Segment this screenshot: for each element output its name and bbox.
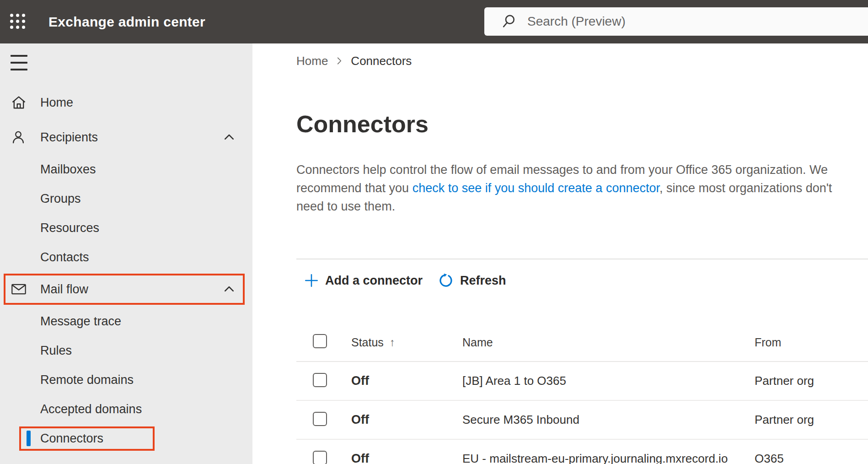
status-cell: Off xyxy=(351,452,462,464)
column-header-from[interactable]: From xyxy=(755,336,868,349)
add-connector-button[interactable]: Add a connector xyxy=(304,273,423,288)
row-checkbox[interactable] xyxy=(313,373,327,387)
sidebar-item-recipients[interactable]: Recipients xyxy=(0,120,252,155)
main-content: Home Connectors Connectors Connectors he… xyxy=(252,43,868,464)
sidebar-item-label: Contacts xyxy=(40,250,89,264)
toolbar-divider xyxy=(296,259,868,259)
sidebar-item-label: Groups xyxy=(40,192,81,206)
top-app-bar: Exchange admin center xyxy=(0,0,868,43)
from-cell: O365 xyxy=(755,452,868,464)
add-connector-label: Add a connector xyxy=(325,274,423,288)
refresh-icon xyxy=(438,272,454,289)
refresh-label: Refresh xyxy=(460,274,506,288)
person-icon xyxy=(11,129,26,145)
sidebar-item-home[interactable]: Home xyxy=(0,85,252,120)
app-title: Exchange admin center xyxy=(48,14,205,30)
status-cell: Off xyxy=(351,413,462,427)
sidebar-item-label: Home xyxy=(40,96,73,110)
sidebar-nav: Home Recipients Mailboxes Groups Reso xyxy=(0,43,252,464)
sidebar-item-remote-domains[interactable]: Remote domains xyxy=(0,365,252,394)
sidebar-item-mailboxes[interactable]: Mailboxes xyxy=(0,155,252,184)
chevron-up-icon[interactable] xyxy=(222,130,236,144)
sidebar-item-label: Remote domains xyxy=(40,373,134,387)
nav-list: Home Recipients Mailboxes Groups Reso xyxy=(0,85,252,453)
page-title: Connectors xyxy=(296,110,868,138)
sidebar-item-label: Mail flow xyxy=(40,282,88,297)
from-cell: Partner org xyxy=(755,413,868,427)
mail-icon xyxy=(11,282,27,297)
connector-name-link[interactable]: [JB] Area 1 to O365 xyxy=(462,374,755,388)
sidebar-item-label: Message trace xyxy=(40,314,121,329)
column-header-status[interactable]: Status ↑ xyxy=(351,336,462,349)
connectors-table: Status ↑ Name From Off [JB] Area 1 to O3… xyxy=(296,324,868,464)
search-icon xyxy=(502,14,516,29)
selected-indicator xyxy=(27,431,31,446)
breadcrumb-home-link[interactable]: Home xyxy=(296,54,328,67)
sidebar-item-label: Mailboxes xyxy=(40,162,96,177)
connector-name-link[interactable]: Secure M365 Inbound xyxy=(462,413,755,427)
sidebar-item-mail-flow[interactable]: Mail flow xyxy=(0,272,252,307)
app-launcher-waffle-icon[interactable] xyxy=(10,14,27,30)
from-cell: Partner org xyxy=(755,374,868,388)
table-row: Off Secure M365 Inbound Partner org xyxy=(296,401,868,440)
create-connector-check-link[interactable]: check to see if you should create a conn… xyxy=(413,181,659,195)
select-all-checkbox[interactable] xyxy=(313,334,327,348)
sidebar-item-label: Connectors xyxy=(40,432,103,446)
global-search-box[interactable] xyxy=(484,7,868,36)
connector-name-link[interactable]: EU - mailstream-eu-primary.journaling.mx… xyxy=(462,452,755,464)
hamburger-menu-icon[interactable] xyxy=(11,55,27,70)
sidebar-item-label: Resources xyxy=(40,221,99,235)
column-header-name[interactable]: Name xyxy=(462,336,755,349)
home-icon xyxy=(11,94,27,111)
chevron-right-icon xyxy=(334,56,344,66)
sidebar-item-label: Rules xyxy=(40,344,72,358)
sidebar-item-message-trace[interactable]: Message trace xyxy=(0,307,252,336)
command-bar: Add a connector Refresh xyxy=(296,267,868,294)
row-checkbox[interactable] xyxy=(313,412,327,426)
sidebar-item-label: Accepted domains xyxy=(40,402,142,416)
breadcrumb-current: Connectors xyxy=(351,54,412,67)
sidebar-item-accepted-domains[interactable]: Accepted domains xyxy=(0,394,252,424)
status-header-label: Status xyxy=(351,336,384,349)
status-cell: Off xyxy=(351,374,462,388)
refresh-button[interactable]: Refresh xyxy=(438,272,506,289)
breadcrumb: Home Connectors xyxy=(296,54,868,67)
table-row: Off EU - mailstream-eu-primary.journalin… xyxy=(296,440,868,464)
row-checkbox[interactable] xyxy=(313,451,327,464)
table-header-row: Status ↑ Name From xyxy=(296,324,868,362)
sidebar-item-connectors[interactable]: Connectors xyxy=(0,424,252,453)
page-description: Connectors help control the flow of emai… xyxy=(296,161,853,216)
sidebar-item-label: Recipients xyxy=(40,130,98,145)
table-row: Off [JB] Area 1 to O365 Partner org xyxy=(296,362,868,401)
sort-ascending-icon: ↑ xyxy=(390,336,395,349)
chevron-up-icon[interactable] xyxy=(222,282,236,296)
sidebar-item-rules[interactable]: Rules xyxy=(0,336,252,365)
sidebar-item-contacts[interactable]: Contacts xyxy=(0,243,252,272)
sidebar-item-resources[interactable]: Resources xyxy=(0,213,252,243)
plus-icon xyxy=(304,273,319,288)
search-input[interactable] xyxy=(527,14,868,29)
sidebar-item-groups[interactable]: Groups xyxy=(0,184,252,213)
